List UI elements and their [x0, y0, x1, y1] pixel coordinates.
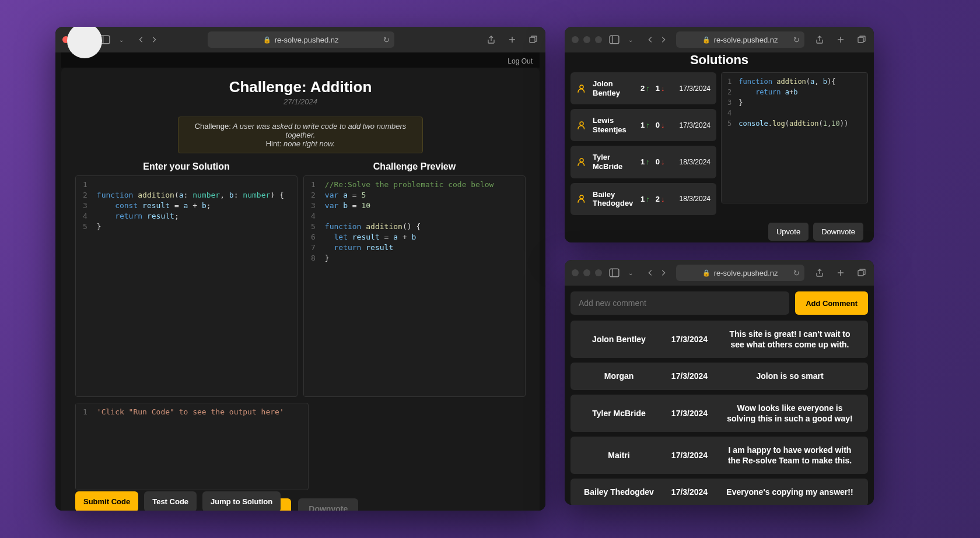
new-tab-icon[interactable] [835, 34, 846, 45]
share-icon[interactable] [814, 268, 825, 278]
share-icon[interactable] [486, 34, 496, 45]
back-button[interactable] [136, 34, 146, 45]
solution-author: Bailey Thedogdev [593, 190, 635, 208]
arrow-down-icon: ↓ [661, 121, 665, 129]
comment-author: Bailey Thedogdev [581, 487, 657, 497]
comment-item: Jolon Bentley 17/3/2024 This site is gre… [570, 321, 868, 358]
titlebar: ⌄ 🔒 re-solve.pushed.nz ↻ [565, 260, 874, 286]
comment-item: Morgan 17/3/2024 Jolon is so smart [570, 363, 868, 389]
back-button[interactable] [645, 268, 656, 278]
line-gutter: 12345 [76, 176, 92, 396]
close-window-button[interactable] [572, 36, 579, 43]
arrow-down-icon: ↓ [661, 195, 665, 203]
solution-code-viewer: 12345 function addtion(a, b){ return a+b… [721, 72, 868, 203]
hint-box: Challenge: A user was asked to write cod… [178, 117, 423, 153]
arrow-up-icon: ↑ [646, 84, 650, 93]
chevron-down-icon[interactable]: ⌄ [625, 268, 636, 278]
arrow-down-icon: ↓ [661, 157, 665, 166]
arrow-up-icon: ↑ [646, 157, 650, 166]
reload-icon[interactable]: ↻ [383, 36, 390, 44]
downvote-count: 1↓ [656, 84, 665, 93]
chevron-down-icon[interactable]: ⌄ [116, 34, 127, 45]
address-bar[interactable]: 🔒 re-solve.pushed.nz ↻ [676, 31, 804, 48]
titlebar: ⌄ 🔒 re-solve.pushed.nz ↻ [55, 27, 545, 52]
forward-button[interactable] [149, 34, 159, 45]
tabs-icon[interactable] [856, 268, 867, 278]
tabs-icon[interactable] [856, 34, 867, 45]
comment-author: Morgan [581, 371, 657, 381]
lock-icon: 🔒 [702, 269, 710, 277]
sidebar-toggle-icon[interactable] [609, 268, 620, 278]
jump-to-solution-button[interactable]: Jump to Solution [202, 491, 281, 511]
forward-button[interactable] [658, 34, 668, 45]
challenge-label: Challenge: [195, 122, 231, 131]
solution-item[interactable]: Bailey Thedogdev 1↑ 2↓ 18/3/2024 [570, 183, 716, 215]
arrow-up-icon: ↑ [646, 121, 650, 129]
user-icon [576, 157, 587, 167]
line-gutter: 12345678 [304, 176, 320, 396]
comment-author: Maitri [581, 451, 657, 460]
comment-input[interactable] [570, 291, 789, 315]
new-tab-icon[interactable] [507, 34, 517, 45]
svg-rect-9 [858, 37, 863, 43]
solution-upvote-button[interactable]: Upvote [768, 223, 808, 241]
solution-date: 18/3/2024 [680, 195, 710, 203]
solution-editor-label: Enter your Solution [75, 161, 298, 172]
chevron-down-icon[interactable]: ⌄ [625, 34, 636, 45]
comment-list: Jolon Bentley 17/3/2024 This site is gre… [570, 321, 868, 505]
maximize-window-button[interactable] [595, 36, 602, 43]
test-code-button[interactable]: Test Code [144, 491, 197, 511]
solution-date: 18/3/2024 [680, 158, 710, 166]
maximize-window-button[interactable] [595, 269, 602, 276]
comment-item: Bailey Thedogdev 17/3/2024 Everyone's co… [570, 479, 868, 505]
solution-item[interactable]: Jolon Bentley 2↑ 1↓ 17/3/2024 [570, 72, 716, 104]
solution-date: 17/3/2024 [680, 121, 710, 129]
preview-editor: 12345678 //Re:Solve the problematic code… [303, 175, 526, 397]
svg-point-11 [580, 122, 583, 125]
submit-code-button[interactable]: Submit Code [75, 491, 138, 511]
challenge-text: A user was asked to write code to add tw… [233, 122, 406, 139]
comment-text: Everyone's copying my answer!! [722, 487, 858, 497]
traffic-lights [572, 36, 602, 43]
reload-icon[interactable]: ↻ [793, 269, 800, 277]
comment-date: 17/3/2024 [666, 487, 713, 497]
sidebar-toggle-icon[interactable] [609, 34, 620, 45]
new-tab-icon[interactable] [835, 268, 846, 278]
solution-downvote-button[interactable]: Downvote [813, 223, 863, 241]
downvote-count: 0↓ [656, 157, 665, 166]
add-comment-button[interactable]: Add Comment [795, 291, 868, 315]
comment-date: 17/3/2024 [666, 335, 713, 344]
challenge-window: ⌄ 🔒 re-solve.pushed.nz ↻ Log Out Challen… [55, 27, 545, 511]
svg-rect-5 [610, 36, 619, 44]
comment-author: Tyler McBride [581, 409, 657, 418]
upvote-count: 1↑ [640, 195, 650, 203]
address-bar[interactable]: 🔒 re-solve.pushed.nz ↻ [208, 31, 394, 48]
challenge-date: 27/1/2024 [61, 97, 540, 106]
close-window-button[interactable] [572, 269, 579, 276]
forward-button[interactable] [658, 268, 668, 278]
minimize-window-button[interactable] [583, 36, 590, 43]
downvote-button[interactable]: Downvote [298, 498, 358, 511]
url-text: re-solve.pushed.nz [714, 269, 778, 277]
svg-point-13 [580, 195, 583, 199]
tabs-icon[interactable] [528, 34, 538, 45]
comment-item: Tyler McBride 17/3/2024 Wow looks like e… [570, 395, 868, 432]
back-button[interactable] [645, 34, 656, 45]
solution-date: 17/3/2024 [680, 85, 710, 93]
minimize-window-button[interactable] [583, 269, 590, 276]
output-console: 1 'Click "Run Code" to see the output he… [75, 403, 309, 490]
share-icon[interactable] [814, 34, 825, 45]
downvote-count: 2↓ [656, 195, 665, 203]
user-icon [576, 83, 587, 94]
preview-code: //Re:Solve the problematic code below va… [320, 176, 499, 396]
solution-item[interactable]: Lewis Steentjes 1↑ 0↓ 17/3/2024 [570, 109, 716, 141]
solution-code: function addition(a: number, b: number) … [92, 176, 289, 396]
address-bar[interactable]: 🔒 re-solve.pushed.nz ↻ [676, 265, 804, 281]
solution-item[interactable]: Tyler McBride 1↑ 0↓ 18/3/2024 [570, 146, 716, 178]
svg-point-12 [580, 159, 583, 162]
solution-editor[interactable]: 12345 function addition(a: number, b: nu… [75, 175, 298, 397]
downvote-count: 0↓ [656, 121, 665, 129]
reload-icon[interactable]: ↻ [793, 36, 800, 44]
line-gutter: 12345 [722, 73, 735, 203]
logout-link[interactable]: Log Out [508, 57, 533, 65]
